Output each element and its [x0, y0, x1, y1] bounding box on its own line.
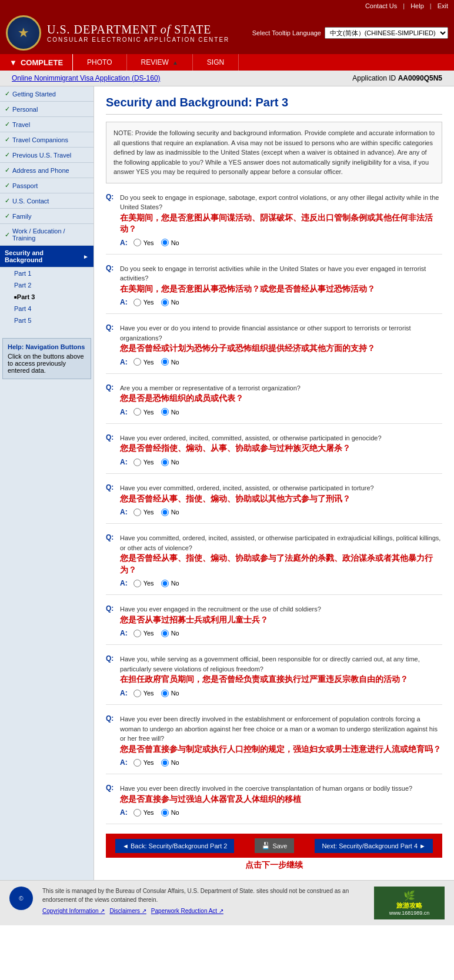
save-label: Save	[272, 842, 287, 849]
sidebar-sub-part5[interactable]: Part 5	[9, 315, 94, 326]
q-label-2: Q:	[106, 264, 116, 295]
nav-photo-tab[interactable]: PHOTO	[73, 54, 126, 71]
sidebar-item-travel[interactable]: ✓ Travel	[0, 117, 94, 132]
radio-no-11[interactable]: No	[161, 809, 179, 817]
question-row-11: Q: Have you ever been directly involved …	[106, 784, 442, 805]
radio-yes-1[interactable]: Yes	[133, 239, 154, 246]
radio-no-9[interactable]: No	[161, 690, 179, 697]
tooltip-language-selector[interactable]: Select Tooltip Language 中文(简体）(CHINESE-S…	[252, 27, 448, 39]
radio-no-10[interactable]: No	[161, 759, 179, 767]
application-title-link[interactable]: Online Nonimmigrant Visa Application (DS…	[12, 74, 161, 82]
answer-row-5: A: Yes No	[106, 458, 442, 466]
save-icon: 💾	[262, 842, 270, 849]
nav-photo-label: PHOTO	[87, 58, 112, 66]
radio-no-7[interactable]: No	[161, 580, 179, 587]
sidebar-item-personal[interactable]: ✓ Personal	[0, 102, 94, 117]
paperwork-link[interactable]: Paperwork Reduction Act ↗	[151, 907, 223, 915]
a-label-8: A:	[120, 629, 128, 637]
radio-no-1[interactable]: No	[161, 239, 179, 246]
sidebar-item-getting-started[interactable]: ✓ Getting Started	[0, 86, 94, 102]
question-block-1: Q: Do you seek to engage in espionage, s…	[106, 193, 442, 255]
check-icon-personal: ✓	[5, 105, 10, 113]
q-label-6: Q:	[106, 483, 116, 504]
sidebar-sub-part2[interactable]: Part 2	[9, 279, 94, 291]
nav-complete-tab[interactable]: ▼ COMPLETE	[0, 54, 73, 71]
sidebar-sub-part4[interactable]: Part 4	[9, 303, 94, 315]
q-label-9: Q:	[106, 654, 116, 685]
radio-yes-5[interactable]: Yes	[133, 459, 154, 466]
nav-sign-tab[interactable]: SIGN	[193, 54, 239, 71]
q-label-11: Q:	[106, 784, 116, 805]
radio-no-6[interactable]: No	[161, 509, 179, 516]
top-bar: Contact Us | Help | Exit	[0, 0, 454, 12]
q-label-4: Q:	[106, 383, 116, 404]
sidebar-item-previous-us-travel[interactable]: ✓ Previous U.S. Travel	[0, 148, 94, 163]
answer-row-7: A: Yes No	[106, 579, 442, 587]
sidebar-item-address-phone[interactable]: ✓ Address and Phone	[0, 163, 94, 178]
q-chinese-2: 在美期间，您是否意图从事恐怖活动？或您是否曾经从事过恐怖活动？	[120, 283, 442, 295]
radio-yes-11[interactable]: Yes	[133, 809, 154, 817]
radio-yes-2[interactable]: Yes	[133, 299, 154, 306]
nav-bar: ▼ COMPLETE PHOTO REVIEW ▲ SIGN	[0, 54, 454, 71]
language-select[interactable]: 中文(简体）(CHINESE-SIMPLIFIED)	[325, 27, 448, 39]
answer-row-9: A: Yes No	[106, 689, 442, 697]
a-label-4: A:	[120, 408, 128, 416]
radio-yes-8[interactable]: Yes	[133, 630, 154, 637]
sidebar-label-previous-us-travel: Previous U.S. Travel	[12, 152, 71, 159]
nav-review-tab[interactable]: REVIEW ▲	[127, 54, 193, 71]
radio-no-4[interactable]: No	[161, 408, 179, 416]
radio-yes-4[interactable]: Yes	[133, 408, 154, 416]
main-content: Security and Background: Part 3 NOTE: Pr…	[94, 86, 454, 880]
page-title: Security and Background: Part 3	[106, 96, 442, 115]
sidebar-label-address-phone: Address and Phone	[12, 167, 69, 174]
disclaimers-link[interactable]: Disclaimers ↗	[109, 907, 146, 915]
radio-yes-10[interactable]: Yes	[133, 759, 154, 767]
footer-logo: ©	[9, 887, 33, 910]
radio-no-2[interactable]: No	[161, 299, 179, 306]
tooltip-label: Select Tooltip Language	[252, 29, 321, 36]
contact-us-link[interactable]: Contact Us	[365, 2, 397, 9]
radio-yes-6[interactable]: Yes	[133, 509, 154, 516]
sidebar-sub-part3[interactable]: Part 3	[9, 291, 94, 303]
q-text-8: Have you ever engaged in the recruitment…	[120, 604, 442, 626]
sidebar-item-work-education[interactable]: ✓ Work / Education / Training	[0, 224, 94, 246]
radio-no-3[interactable]: No	[161, 358, 179, 366]
check-icon-travel-companions: ✓	[5, 136, 10, 143]
check-icon-previous-us-travel: ✓	[5, 151, 10, 159]
nav-review-label: REVIEW	[141, 58, 169, 66]
q-text-1: Do you seek to engage in espionage, sabo…	[120, 193, 442, 235]
radio-no-5[interactable]: No	[161, 459, 179, 466]
a-label-7: A:	[120, 579, 128, 587]
question-block-5: Q: Have you ever ordered, incited, commi…	[106, 433, 442, 474]
next-button[interactable]: Next: Security/Background Part 4 ►	[315, 839, 433, 853]
sidebar-sub-part1[interactable]: Part 1	[9, 267, 94, 279]
sidebar: ✓ Getting Started ✓ Personal ✓ Travel ✓ …	[0, 86, 94, 880]
site-header: ★ U.S. DEPARTMENT of STATE CONSULAR ELEC…	[0, 12, 454, 54]
answer-row-11: A: Yes No	[106, 808, 442, 817]
question-row-5: Q: Have you ever ordered, incited, commi…	[106, 433, 442, 454]
back-button[interactable]: ◄ Back: Security/Background Part 2	[115, 839, 234, 853]
save-button[interactable]: 💾 Save	[255, 838, 294, 853]
check-icon-work-education: ✓	[5, 231, 10, 239]
question-row-6: Q: Have you ever committed, ordered, inc…	[106, 483, 442, 504]
a-label-10: A:	[120, 758, 128, 767]
sidebar-item-travel-companions[interactable]: ✓ Travel Companions	[0, 132, 94, 148]
sidebar-label-family: Family	[12, 213, 31, 220]
radio-group-11: Yes No	[133, 809, 179, 817]
radio-yes-3[interactable]: Yes	[133, 358, 154, 366]
question-row-10: Q: Have you ever been directly involved …	[106, 714, 442, 755]
sidebar-item-us-contact[interactable]: ✓ U.S. Contact	[0, 193, 94, 209]
sidebar-item-security[interactable]: Security and Background ►	[0, 246, 94, 267]
radio-yes-9[interactable]: Yes	[133, 690, 154, 697]
sidebar-item-family[interactable]: ✓ Family	[0, 209, 94, 224]
sidebar-item-passport[interactable]: ✓ Passport	[0, 178, 94, 193]
help-link[interactable]: Help	[410, 2, 424, 9]
q-chinese-8: 您是否从事过招募士兵或利用儿童士兵？	[120, 614, 442, 626]
radio-yes-7[interactable]: Yes	[133, 580, 154, 587]
exit-link[interactable]: Exit	[438, 2, 448, 9]
answer-row-4: A: Yes No	[106, 408, 442, 416]
radio-no-8[interactable]: No	[161, 630, 179, 637]
footer-brand-image: 🌿 旅游攻略 www.1681989.cn	[374, 887, 445, 919]
check-icon-getting-started: ✓	[5, 90, 10, 98]
copyright-link[interactable]: Copyright Information ↗	[42, 907, 105, 915]
